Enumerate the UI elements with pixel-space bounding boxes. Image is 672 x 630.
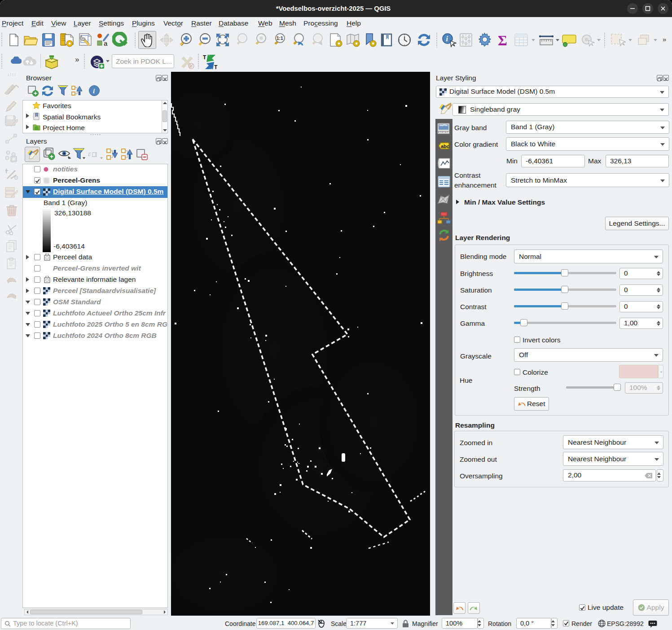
svg-text:ε: ε [88,149,91,158]
svg-text:1:1: 1:1 [277,36,283,41]
svg-text:T: T [203,54,206,61]
svg-text:Σ: Σ [498,33,507,47]
svg-text:T: T [214,64,218,70]
svg-text:abc: abc [441,144,449,149]
svg-text:a: a [104,39,108,47]
svg-text:i: i [446,35,448,43]
